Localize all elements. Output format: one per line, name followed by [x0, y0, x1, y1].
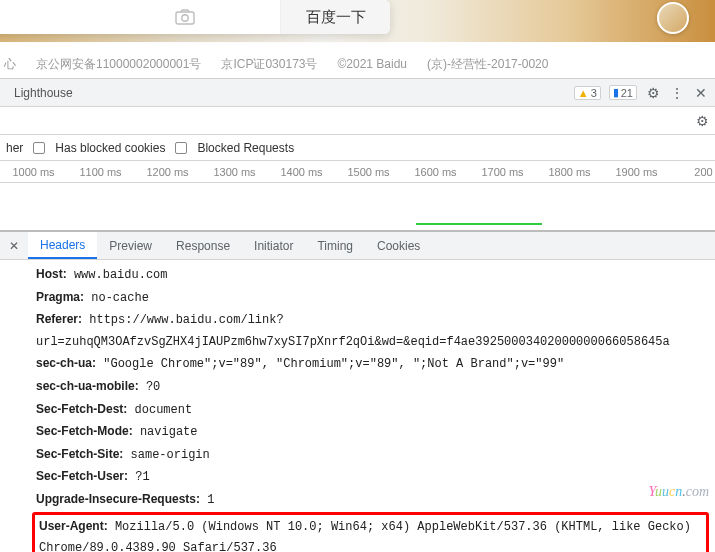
kebab-menu-icon[interactable]: ⋮ — [669, 85, 685, 101]
network-filter-options: her Has blocked cookies Blocked Requests — [0, 135, 715, 161]
warnings-badge[interactable]: ▲3 — [574, 86, 601, 100]
tab-lighthouse[interactable]: Lighthouse — [0, 79, 87, 106]
time-tick: 1900 ms — [603, 166, 670, 178]
gear-icon[interactable]: ⚙ — [645, 85, 661, 101]
time-tick: 1800 ms — [536, 166, 603, 178]
header-row-sec-fetch-mode: Sec-Fetch-Mode: navigate — [36, 421, 709, 444]
business-license-link[interactable]: (京)-经营性-2017-0020 — [427, 56, 548, 73]
devtools-panel: Lighthouse ▲3 ▮21 ⚙ ⋮ ✕ ⚙ her Has blocke… — [0, 78, 715, 552]
blocked-requests-checkbox[interactable] — [175, 142, 187, 154]
filter-label-fragment: her — [6, 141, 23, 155]
avatar[interactable] — [657, 2, 689, 34]
header-row-sec-fetch-user: Sec-Fetch-User: ?1 — [36, 466, 709, 489]
request-detail-drawer: ✕ Headers Preview Response Initiator Tim… — [0, 231, 715, 552]
tab-initiator[interactable]: Initiator — [242, 232, 305, 259]
search-bar: 百度一下 — [0, 0, 390, 34]
svg-rect-0 — [176, 12, 194, 24]
request-detail-tabs: ✕ Headers Preview Response Initiator Tim… — [0, 232, 715, 260]
footer-text: 心 — [4, 56, 16, 73]
copyright-text: ©2021 Baidu — [337, 57, 407, 71]
messages-badge[interactable]: ▮21 — [609, 85, 637, 100]
warning-icon: ▲ — [578, 87, 589, 99]
tab-cookies[interactable]: Cookies — [365, 232, 432, 259]
close-detail-icon[interactable]: ✕ — [0, 239, 28, 253]
header-row-host: Host: www.baidu.com — [36, 264, 709, 287]
timeline-request-bar — [416, 223, 542, 225]
time-tick: 1500 ms — [335, 166, 402, 178]
time-tick: 1300 ms — [201, 166, 268, 178]
blocked-requests-label[interactable]: Blocked Requests — [197, 141, 294, 155]
close-icon[interactable]: ✕ — [693, 85, 709, 101]
time-tick: 1600 ms — [402, 166, 469, 178]
header-row-sec-ch-ua-mobile: sec-ch-ua-mobile: ?0 — [36, 376, 709, 399]
header-row-upgrade-insecure-requests: Upgrade-Insecure-Requests: 1 — [36, 489, 709, 512]
network-toolbar: ⚙ — [0, 107, 715, 135]
request-headers-list: Host: www.baidu.com Pragma: no-cache Ref… — [0, 260, 715, 552]
message-count: 21 — [621, 87, 633, 99]
has-blocked-cookies-label[interactable]: Has blocked cookies — [55, 141, 165, 155]
has-blocked-cookies-checkbox[interactable] — [33, 142, 45, 154]
time-tick: 1400 ms — [268, 166, 335, 178]
timeline-overview[interactable] — [0, 183, 715, 231]
watermark: Yuucn.com — [648, 479, 709, 504]
camera-icon[interactable] — [160, 9, 210, 25]
header-row-sec-fetch-dest: Sec-Fetch-Dest: document — [36, 399, 709, 422]
header-row-sec-fetch-site: Sec-Fetch-Site: same-origin — [36, 444, 709, 467]
time-tick: 1000 ms — [0, 166, 67, 178]
time-tick: 1100 ms — [67, 166, 134, 178]
search-button[interactable]: 百度一下 — [280, 0, 390, 34]
icp-link[interactable]: 京ICP证030173号 — [221, 56, 317, 73]
gear-icon[interactable]: ⚙ — [696, 113, 709, 129]
time-tick: 200 — [670, 166, 715, 178]
time-tick: 1700 ms — [469, 166, 536, 178]
baidu-footer-links: 心 京公网安备11000002000001号 京ICP证030173号 ©202… — [0, 54, 715, 74]
header-row-pragma: Pragma: no-cache — [36, 287, 709, 310]
gongan-link[interactable]: 京公网安备11000002000001号 — [36, 56, 201, 73]
timeline-header: 1000 ms 1100 ms 1200 ms 1300 ms 1400 ms … — [0, 161, 715, 183]
tab-timing[interactable]: Timing — [305, 232, 365, 259]
header-row-user-agent: User-Agent: Mozilla/5.0 (Windows NT 10.0… — [32, 512, 709, 552]
header-row-sec-ch-ua: sec-ch-ua: "Google Chrome";v="89", "Chro… — [36, 353, 709, 376]
devtools-tabbar: Lighthouse ▲3 ▮21 ⚙ ⋮ ✕ — [0, 79, 715, 107]
time-tick: 1200 ms — [134, 166, 201, 178]
warning-count: 3 — [591, 87, 597, 99]
message-icon: ▮ — [613, 86, 619, 99]
header-row-referer: Referer: https://www.baidu.com/link?url=… — [36, 309, 709, 353]
svg-point-1 — [182, 15, 188, 21]
tab-headers[interactable]: Headers — [28, 232, 97, 259]
tab-response[interactable]: Response — [164, 232, 242, 259]
tab-preview[interactable]: Preview — [97, 232, 164, 259]
